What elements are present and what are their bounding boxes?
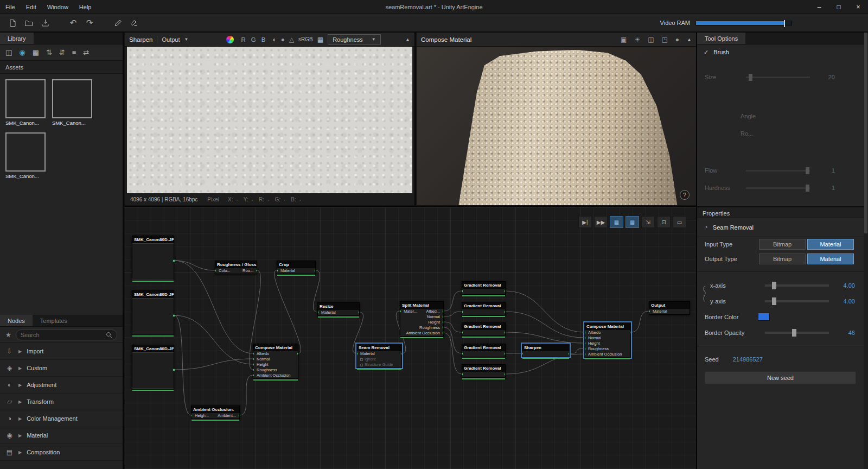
output-selector[interactable]: Output (162, 36, 180, 43)
graph-node-gr2[interactable]: Gradient Removal (462, 302, 506, 315)
graph-node-crop[interactable]: CropMaterial (277, 261, 316, 274)
output-port[interactable] (173, 314, 175, 317)
graph-node-img2[interactable]: SMK_Canon80D-JPEG (132, 290, 174, 335)
output-port[interactable] (568, 352, 569, 355)
chevron-down-icon[interactable]: ▼ (184, 37, 189, 42)
graph-node-img3[interactable]: SMK_Canon80D-JPEG (132, 345, 174, 389)
play-all-button[interactable]: ▶▶ (594, 216, 608, 228)
maximize-button[interactable]: □ (829, 0, 848, 14)
search-box[interactable] (16, 329, 117, 340)
view-grid-icon[interactable]: ▦ (33, 48, 39, 56)
solid-toggle-icon[interactable]: ● (281, 36, 285, 43)
eraser-tool-button[interactable] (127, 16, 141, 30)
param-slider-thumb[interactable] (806, 185, 809, 192)
grid-toggle-button[interactable]: ▦ (610, 216, 623, 228)
expand-arrow-icon[interactable]: ▶ (18, 366, 22, 371)
graph-node-resize[interactable]: ResizeMaterial (317, 302, 360, 316)
graph-node-compose2[interactable]: Compose MaterialAlbedoNormalHeightRoughn… (584, 322, 631, 358)
category-transform[interactable]: ▱▶Transform (0, 394, 123, 410)
graph-node-ao[interactable]: Ambient Occlusion.Heigh...Ambient... (191, 405, 240, 419)
category-import[interactable]: ⇩▶Import (0, 343, 123, 360)
expand-arrow-icon[interactable]: ▶ (18, 416, 22, 421)
sort-desc-icon[interactable]: ⇵ (59, 48, 65, 56)
new-seed-button[interactable]: New seed (705, 371, 856, 384)
input-port[interactable] (462, 373, 463, 376)
view-sphere-icon[interactable]: ◉ (19, 48, 25, 56)
border-opacity-slider[interactable] (765, 332, 829, 334)
output-port[interactable] (504, 331, 505, 334)
category-adjustment[interactable]: ◐▶Adjustment (0, 377, 123, 394)
menu-item-edit[interactable]: Edit (21, 4, 42, 10)
graph-node-gr3[interactable]: Gradient Removal (462, 322, 506, 336)
category-composition[interactable]: ▤▶Composition (0, 444, 123, 461)
input-port[interactable] (318, 311, 319, 314)
graph-node-gr5[interactable]: Gradient Removal (462, 364, 506, 378)
output-type-bitmap-button[interactable]: Bitmap (759, 253, 806, 264)
input-port[interactable] (462, 310, 463, 313)
param-slider[interactable] (746, 170, 810, 172)
input-port[interactable] (357, 352, 358, 355)
input-port[interactable] (215, 269, 216, 272)
output-port[interactable] (442, 321, 443, 324)
checkbox-icon[interactable] (360, 358, 363, 361)
border-color-swatch[interactable] (758, 313, 770, 321)
output-type-material-button[interactable]: Material (807, 253, 854, 264)
output-port[interactable] (173, 259, 175, 262)
graph-node-output[interactable]: OutputMaterial (649, 301, 690, 315)
scrollbar-thumb[interactable] (864, 33, 867, 233)
asset-thumbnail[interactable] (5, 132, 46, 172)
input-port[interactable] (585, 347, 586, 350)
render-viewport[interactable]: ? (417, 47, 696, 205)
graph-node-img1[interactable]: SMK_Canon80D-JPEG (132, 236, 174, 280)
background-image-icon[interactable]: ▣ (621, 36, 627, 43)
output-port[interactable] (297, 352, 298, 355)
param-slider-thumb[interactable] (806, 167, 809, 174)
expand-arrow-icon[interactable]: ▶ (18, 433, 22, 438)
param-slider[interactable] (746, 187, 810, 189)
input-port[interactable] (253, 374, 254, 377)
srgb-toggle[interactable]: sRGB (298, 36, 313, 42)
output-port[interactable] (442, 326, 443, 329)
view-cube-icon[interactable]: ◫ (5, 48, 12, 56)
link-axes-icon[interactable] (701, 285, 707, 302)
graph-node-sharpen[interactable]: Sharpen (522, 344, 570, 357)
output-port[interactable] (504, 290, 505, 293)
output-port[interactable] (504, 352, 505, 355)
x-axis-slider[interactable] (765, 284, 829, 287)
graph-node-seam[interactable]: Seam RemovalMaterialIgnoreStructure Guid… (356, 344, 402, 368)
category-material[interactable]: ◉▶Material (0, 427, 123, 444)
transparency-toggle-icon[interactable]: ◐ (272, 36, 276, 43)
tab-templates[interactable]: Templates (33, 315, 75, 326)
input-port[interactable] (585, 342, 586, 345)
tab-nodes[interactable]: Nodes (0, 315, 33, 326)
material-sphere-icon[interactable]: ● (675, 36, 679, 43)
color-wheel-icon[interactable] (226, 36, 234, 43)
x-axis-thumb[interactable] (772, 282, 776, 289)
graph-node-split[interactable]: Split MaterialMater...Albed...NormalHeig… (400, 301, 444, 337)
collapse-panel-icon[interactable]: ▲ (687, 37, 692, 42)
input-port[interactable] (192, 414, 193, 417)
mesh-cube-icon[interactable]: ◳ (661, 36, 667, 43)
output-port[interactable] (358, 311, 359, 314)
camera-icon[interactable]: ◫ (648, 36, 654, 43)
node-graph[interactable]: SMK_Canon80D-JPEGSMK_Canon80D-JPEGSMK_Ca… (125, 206, 696, 469)
favorites-icon[interactable]: ★ (5, 331, 11, 339)
output-port[interactable] (400, 352, 401, 355)
output-port[interactable] (504, 373, 505, 376)
expand-arrow-icon[interactable]: ▶ (18, 400, 22, 404)
output-port[interactable] (629, 331, 630, 334)
graph-node-gr1[interactable]: Gradient Removal (462, 281, 506, 295)
output-port[interactable] (314, 269, 315, 272)
lighting-icon[interactable]: ☀ (634, 36, 640, 43)
input-port[interactable] (253, 363, 254, 366)
output-port[interactable] (442, 315, 443, 318)
output-port[interactable] (256, 269, 257, 272)
display-button[interactable]: ▭ (673, 216, 686, 228)
input-port[interactable] (462, 290, 463, 293)
search-input[interactable] (21, 332, 106, 338)
input-port[interactable] (585, 337, 586, 339)
step-forward-button[interactable]: ▶| (578, 216, 592, 228)
input-port[interactable] (253, 358, 254, 360)
input-type-bitmap-button[interactable]: Bitmap (759, 239, 806, 250)
help-button[interactable]: ? (680, 190, 690, 200)
